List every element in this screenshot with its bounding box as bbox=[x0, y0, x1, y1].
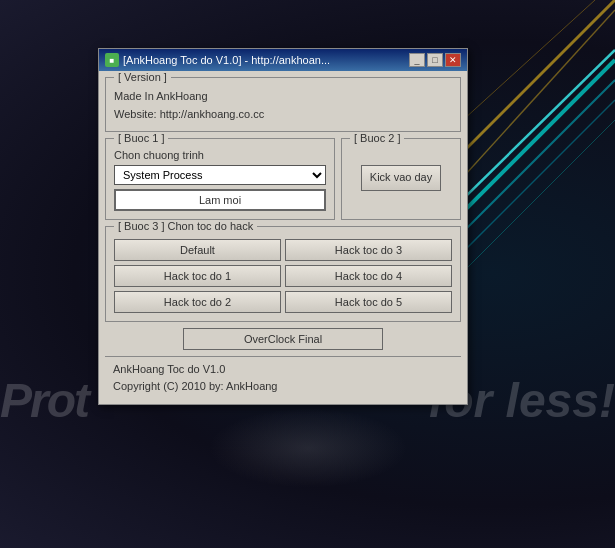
window-content: [ Version ] Made In AnkHoang Website: ht… bbox=[99, 71, 467, 404]
main-window: ■ [AnkHoang Toc do V1.0] - http://ankhoa… bbox=[98, 48, 468, 405]
title-controls: _ □ ✕ bbox=[409, 53, 461, 67]
maximize-button[interactable]: □ bbox=[427, 53, 443, 67]
buoc-row: [ Buoc 1 ] Chon chuong trinh System Proc… bbox=[105, 138, 461, 220]
version-label: [ Version ] bbox=[114, 71, 171, 83]
website-line: Website: http://ankhoang.co.cc bbox=[114, 106, 452, 124]
hack1-button[interactable]: Hack toc do 1 bbox=[114, 265, 281, 287]
window-title: [AnkHoang Toc do V1.0] - http://ankhoan.… bbox=[123, 54, 330, 66]
title-bar: ■ [AnkHoang Toc do V1.0] - http://ankhoa… bbox=[99, 49, 467, 71]
hack3-button[interactable]: Hack toc do 3 bbox=[285, 239, 452, 261]
version-group: [ Version ] Made In AnkHoang Website: ht… bbox=[105, 77, 461, 132]
select-label: Chon chuong trinh bbox=[114, 149, 326, 161]
default-button[interactable]: Default bbox=[114, 239, 281, 261]
buoc1-label: [ Buoc 1 ] bbox=[114, 132, 168, 144]
buoc2-label: [ Buoc 2 ] bbox=[350, 132, 404, 144]
status-line2: Copyright (C) 2010 by: AnkHoang bbox=[113, 378, 453, 395]
version-content: Made In AnkHoang Website: http://ankhoan… bbox=[114, 84, 452, 123]
buoc3-label: [ Buoc 3 ] Chon toc do hack bbox=[114, 220, 257, 232]
title-bar-left: ■ [AnkHoang Toc do V1.0] - http://ankhoa… bbox=[105, 53, 330, 67]
status-line1: AnkHoang Toc do V1.0 bbox=[113, 361, 453, 378]
status-bar: AnkHoang Toc do V1.0 Copyright (C) 2010 … bbox=[105, 356, 461, 398]
process-select-wrapper: System Process Explorer Firefox Chrome bbox=[114, 165, 326, 185]
kick-button[interactable]: Kick vao day bbox=[361, 165, 441, 190]
process-select[interactable]: System Process Explorer Firefox Chrome bbox=[114, 165, 326, 185]
overclock-button[interactable]: OverClock Final bbox=[183, 328, 383, 350]
minimize-button[interactable]: _ bbox=[409, 53, 425, 67]
buoc3-group: [ Buoc 3 ] Chon toc do hack Default Hack… bbox=[105, 226, 461, 322]
speed-grid: Default Hack toc do 3 Hack toc do 1 Hack… bbox=[114, 239, 452, 313]
lam-moi-button[interactable]: Lam moi bbox=[114, 189, 326, 211]
bg-sphere bbox=[208, 408, 408, 488]
overclock-row: OverClock Final bbox=[105, 328, 461, 350]
hack4-button[interactable]: Hack toc do 4 bbox=[285, 265, 452, 287]
close-button[interactable]: ✕ bbox=[445, 53, 461, 67]
bg-text-prot: Prot bbox=[0, 373, 88, 428]
app-icon: ■ bbox=[105, 53, 119, 67]
hack5-button[interactable]: Hack toc do 5 bbox=[285, 291, 452, 313]
made-in-line: Made In AnkHoang bbox=[114, 88, 452, 106]
hack2-button[interactable]: Hack toc do 2 bbox=[114, 291, 281, 313]
buoc1-group: [ Buoc 1 ] Chon chuong trinh System Proc… bbox=[105, 138, 335, 220]
buoc2-group: [ Buoc 2 ] Kick vao day bbox=[341, 138, 461, 220]
